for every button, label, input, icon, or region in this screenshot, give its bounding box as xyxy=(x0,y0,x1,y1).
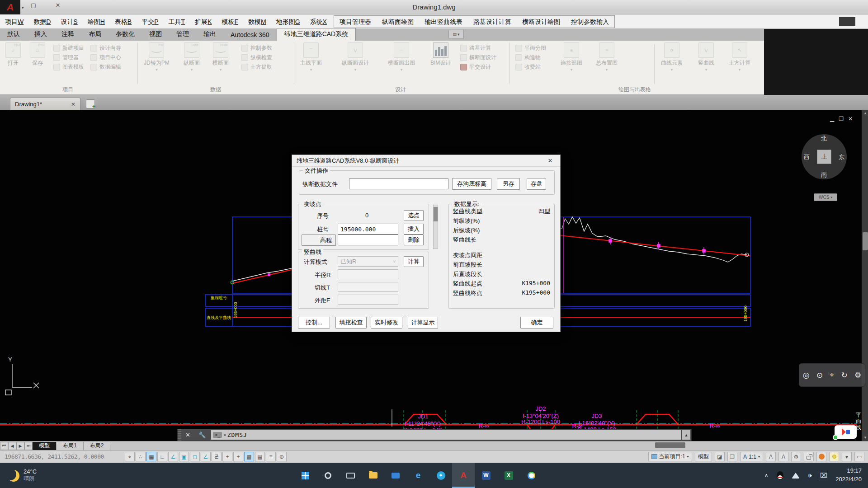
dock-close-icon[interactable]: ✕ xyxy=(181,432,194,438)
new-project-button[interactable]: 新建项目 xyxy=(53,44,84,52)
snap-toggle-button[interactable]: Ƶ xyxy=(212,452,222,461)
floating-app-widget[interactable] xyxy=(835,425,857,439)
layout-tab[interactable]: 布局2 xyxy=(84,442,111,450)
vpi-slider[interactable] xyxy=(433,205,438,249)
vpi-slider-thumb[interactable] xyxy=(434,207,438,221)
menu-item[interactable]: 模板F xyxy=(217,16,243,28)
earthwork-extract-button[interactable]: 土方提取 xyxy=(241,63,272,71)
ribbon-tab[interactable]: 注释 xyxy=(54,28,81,41)
elevation-input[interactable] xyxy=(338,235,398,245)
workspace-gear-icon[interactable]: ⚙ xyxy=(791,452,801,461)
autocad-logo-icon[interactable]: A xyxy=(0,0,20,14)
weather-widget[interactable]: 24°C 晴朗 xyxy=(0,468,95,483)
structures-button[interactable]: 构造物 xyxy=(515,54,546,61)
menu-item[interactable]: 绘图H xyxy=(83,16,110,28)
clean-screen-icon[interactable]: ▭ xyxy=(854,452,864,461)
ribbon-tab[interactable]: 布局 xyxy=(81,28,108,41)
ok-button[interactable]: 确定 xyxy=(520,317,553,328)
menu-item[interactable]: 地形图G xyxy=(271,16,305,28)
draw-panel-label[interactable]: 绘图与出表格 xyxy=(618,86,651,94)
cross-section-data-button[interactable]: HDM 横断面▼ xyxy=(212,42,229,72)
viewport-minimize-icon[interactable]: ▁ xyxy=(830,116,834,122)
ribbon-tab[interactable]: Autodesk 360 xyxy=(223,29,277,41)
snap-toggle-button[interactable]: ∠ xyxy=(168,452,178,461)
subgrade-calc-button[interactable]: 路基计算 xyxy=(460,44,496,52)
delete-button[interactable]: 删除 xyxy=(404,235,424,245)
task-view-button[interactable] xyxy=(339,463,362,488)
prev-tab-icon[interactable]: ◀ xyxy=(8,442,16,450)
ribbon-tab[interactable]: 管理 xyxy=(169,28,196,41)
data-panel-label[interactable]: 数据 xyxy=(210,86,221,94)
clock-widget[interactable]: 19:17 2022/4/20 xyxy=(835,467,862,484)
ribbon-tab[interactable]: 输出 xyxy=(196,28,223,41)
plugin-menu-item[interactable]: 控制参数输入 xyxy=(566,16,614,28)
tangent-input[interactable] xyxy=(338,282,398,292)
drawing-tab[interactable]: Drawing1* ✕ xyxy=(10,98,80,110)
qq-icon[interactable] xyxy=(777,471,783,479)
snap-toggle-button[interactable]: ▤ xyxy=(255,452,265,461)
command-dropdown-icon[interactable]: ▾ xyxy=(224,433,226,437)
calc-display-button[interactable]: 计算显示 xyxy=(408,317,438,328)
tray-expand-icon[interactable]: ∧ xyxy=(764,472,769,479)
compass-south[interactable]: 南 xyxy=(821,171,827,179)
logo-caret-icon[interactable]: ▾ xyxy=(22,5,24,10)
last-tab-icon[interactable]: ⏭ xyxy=(24,442,33,450)
live-modify-button[interactable]: 实时修改 xyxy=(371,317,402,328)
connector-drawing-button[interactable]: ≋ 连接部图▼ xyxy=(561,42,582,72)
dialog-close-icon[interactable]: ✕ xyxy=(545,157,556,165)
layout-preview-icon[interactable]: ◪ xyxy=(715,452,725,461)
curve-elements-button[interactable]: ⟳ 曲线元素▼ xyxy=(661,42,683,72)
snap-toggle-button[interactable]: ▣ xyxy=(179,452,189,461)
layout-tab[interactable]: 布局1 xyxy=(57,442,84,450)
current-project-chip[interactable]: 当前项目:1▾ xyxy=(648,452,692,461)
plan-sheet-button[interactable]: 平面分图 xyxy=(515,44,546,52)
calc-mode-select[interactable]: 已知R ˅ xyxy=(338,256,398,267)
ribbon-tab[interactable]: 视图 xyxy=(142,28,169,41)
start-button[interactable] xyxy=(294,463,316,488)
autoscale-icon[interactable]: A xyxy=(778,452,788,461)
first-tab-icon[interactable]: ⏮ xyxy=(0,442,8,450)
bim-design-button[interactable]: BIM设计 xyxy=(430,42,451,67)
menu-item[interactable]: 工具T xyxy=(164,16,190,28)
profile-data-button[interactable]: DMX 纵断面▼ xyxy=(184,42,200,72)
snap-toggle-button[interactable]: + xyxy=(222,452,232,461)
word-button[interactable]: W xyxy=(475,463,497,488)
wifi-icon[interactable] xyxy=(792,473,800,479)
dialog-title[interactable]: 纬地三维道路CAD系统V8.0-纵断面设计 xyxy=(292,155,560,167)
view-compass[interactable]: 北 南 西 东 上 xyxy=(799,132,849,182)
elevation-label-box[interactable]: 高程 xyxy=(302,235,336,246)
ribbon-tab[interactable]: 纬地三维道路CAD系统 xyxy=(277,28,356,41)
menu-item[interactable]: 数模M xyxy=(243,16,271,28)
open-button[interactable]: PRJ▱ 打开 xyxy=(5,42,21,67)
compass-top-face[interactable]: 上 xyxy=(817,150,831,164)
control-params-button[interactable]: 控制参数 xyxy=(241,44,272,52)
profile-design-dialog[interactable]: 纬地三维道路CAD系统V8.0-纵断面设计 ✕ 文件操作 纵断数据文件 存沟底标… xyxy=(292,155,561,332)
orbit-icon[interactable]: ↻ xyxy=(841,371,847,380)
performance-icon[interactable] xyxy=(816,452,826,461)
nav-wheel-icon[interactable]: ◎ xyxy=(803,371,810,380)
next-tab-icon[interactable]: ▶ xyxy=(16,442,24,450)
ribbon-tab[interactable]: 默认 xyxy=(0,28,27,41)
annotation-scale-button[interactable]: A 1:1▾ xyxy=(740,452,763,461)
compass-north[interactable]: 北 xyxy=(821,135,827,143)
save-button[interactable]: PRJ▭ 保存 xyxy=(30,42,45,67)
pc-manager-button[interactable] xyxy=(384,463,407,488)
volume-icon[interactable]: 🕩 xyxy=(808,471,812,479)
save-button-dialog[interactable]: 存盘 xyxy=(527,178,546,190)
menu-item[interactable]: 系统X xyxy=(305,16,332,28)
snap-toggle-button[interactable]: + xyxy=(233,452,243,461)
ui-lock-icon[interactable] xyxy=(804,452,814,461)
edge-button[interactable]: e xyxy=(407,463,429,488)
data-edit-button[interactable]: 数据编辑 xyxy=(90,63,121,71)
command-expand-icon[interactable]: ▲ xyxy=(682,430,690,440)
file-explorer-button[interactable] xyxy=(362,463,384,488)
viewport-restore-icon[interactable]: ❐ xyxy=(839,116,844,122)
menu-item[interactable]: 平交P xyxy=(137,16,163,28)
scroll-down-icon[interactable]: ▼ xyxy=(862,435,868,441)
snap-toggle-button[interactable]: ∴ xyxy=(136,452,146,461)
cross-section-design-button[interactable]: 横断面设计 xyxy=(460,54,496,61)
vertical-scrollbar[interactable]: ▲ ▼ xyxy=(862,110,868,441)
manager-button[interactable]: 管理器 xyxy=(53,54,84,61)
menu-item[interactable]: 设计S xyxy=(56,16,82,28)
profile-design-button[interactable]: ⋁ 纵断面设计▼ xyxy=(342,42,369,72)
